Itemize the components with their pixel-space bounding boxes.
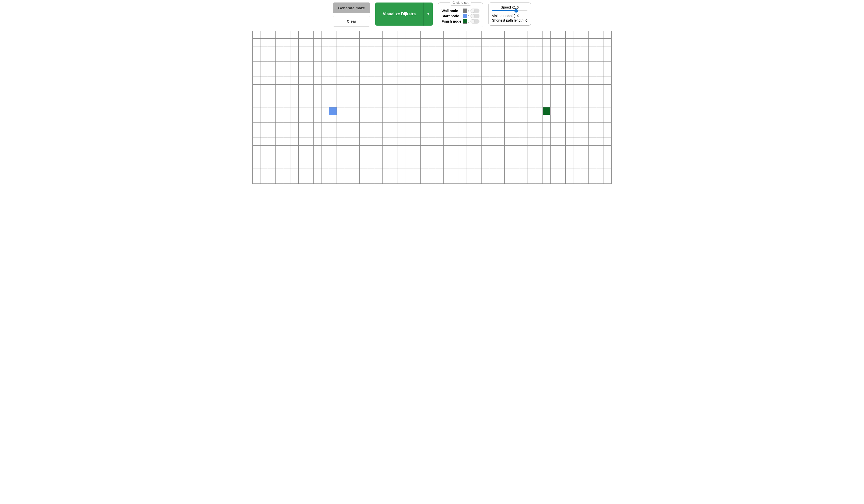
grid-cell[interactable] — [337, 46, 344, 54]
grid-cell[interactable] — [474, 54, 481, 61]
grid-cell[interactable] — [497, 46, 504, 54]
grid-cell[interactable] — [405, 77, 413, 84]
grid-cell[interactable] — [329, 100, 337, 107]
grid-cell[interactable] — [581, 39, 588, 46]
grid-cell[interactable] — [260, 92, 268, 100]
grid-cell[interactable] — [543, 31, 550, 39]
grid-cell[interactable] — [253, 54, 260, 61]
grid-cell[interactable] — [413, 145, 420, 153]
grid-cell[interactable] — [459, 176, 466, 184]
grid-cell[interactable] — [359, 169, 367, 176]
grid-cell[interactable] — [283, 107, 291, 115]
grid-cell[interactable] — [444, 107, 451, 115]
grid-cell[interactable] — [428, 39, 436, 46]
grid-cell[interactable] — [451, 84, 459, 92]
grid-cell[interactable] — [420, 107, 428, 115]
grid-cell[interactable] — [588, 61, 596, 69]
grid-cell[interactable] — [337, 169, 344, 176]
grid-cell[interactable] — [276, 145, 283, 153]
grid-cell[interactable] — [497, 107, 504, 115]
grid-cell[interactable] — [489, 122, 497, 130]
grid-cell[interactable] — [398, 46, 405, 54]
grid-cell[interactable] — [482, 69, 489, 76]
grid-cell[interactable] — [482, 145, 489, 153]
grid-cell[interactable] — [276, 122, 283, 130]
grid-cell[interactable] — [451, 46, 459, 54]
grid-cell[interactable] — [375, 69, 382, 76]
grid-cell[interactable] — [558, 61, 565, 69]
grid-cell[interactable] — [306, 31, 314, 39]
grid-cell[interactable] — [405, 138, 413, 145]
grid-cell[interactable] — [474, 92, 481, 100]
grid-cell[interactable] — [596, 161, 603, 168]
grid-cell[interactable] — [344, 100, 352, 107]
grid-cell[interactable] — [459, 169, 466, 176]
grid-cell[interactable] — [428, 77, 436, 84]
grid-cell[interactable] — [337, 176, 344, 184]
grid-cell[interactable] — [512, 77, 520, 84]
grid-cell[interactable] — [573, 100, 581, 107]
grid-cell[interactable] — [451, 161, 459, 168]
grid-cell[interactable] — [413, 54, 420, 61]
grid-cell[interactable] — [466, 169, 474, 176]
grid-cell[interactable] — [444, 54, 451, 61]
grid-cell[interactable] — [413, 169, 420, 176]
grid-cell[interactable] — [291, 46, 298, 54]
grid-cell[interactable] — [283, 145, 291, 153]
grid-cell[interactable] — [420, 100, 428, 107]
grid-cell[interactable] — [329, 84, 337, 92]
grid-cell[interactable] — [436, 130, 443, 138]
grid-cell[interactable] — [444, 176, 451, 184]
grid-cell[interactable] — [489, 169, 497, 176]
grid-cell[interactable] — [253, 176, 260, 184]
grid-cell[interactable] — [344, 107, 352, 115]
grid-cell[interactable] — [459, 107, 466, 115]
grid-cell[interactable] — [283, 176, 291, 184]
grid-cell[interactable] — [512, 61, 520, 69]
grid-cell[interactable] — [268, 92, 276, 100]
grid-cell[interactable] — [375, 92, 382, 100]
grid-cell[interactable] — [375, 153, 382, 161]
grid-cell[interactable] — [550, 107, 558, 115]
grid-cell[interactable] — [497, 145, 504, 153]
grid-cell[interactable] — [505, 153, 512, 161]
grid-cell[interactable] — [459, 145, 466, 153]
grid-cell[interactable] — [520, 54, 527, 61]
grid-cell[interactable] — [520, 84, 527, 92]
grid-cell[interactable] — [298, 46, 306, 54]
grid-cell[interactable] — [367, 176, 375, 184]
grid-cell[interactable] — [505, 69, 512, 76]
grid-cell[interactable] — [604, 31, 611, 39]
grid-cell[interactable] — [535, 153, 542, 161]
grid-cell[interactable] — [428, 138, 436, 145]
grid-cell[interactable] — [527, 84, 535, 92]
grid-cell[interactable] — [291, 169, 298, 176]
grid-cell[interactable] — [581, 122, 588, 130]
grid-cell[interactable] — [428, 169, 436, 176]
grid-cell[interactable] — [596, 138, 603, 145]
grid-cell[interactable] — [306, 100, 314, 107]
grid-cell[interactable] — [260, 138, 268, 145]
grid-cell[interactable] — [474, 176, 481, 184]
grid-cell[interactable] — [382, 39, 390, 46]
grid-cell[interactable] — [344, 46, 352, 54]
grid-cell[interactable] — [359, 46, 367, 54]
grid-cell[interactable] — [444, 92, 451, 100]
grid-cell[interactable] — [367, 69, 375, 76]
grid-cell[interactable] — [474, 77, 481, 84]
grid-cell[interactable] — [405, 115, 413, 122]
grid-cell[interactable] — [291, 54, 298, 61]
grid-cell[interactable] — [268, 161, 276, 168]
grid-cell[interactable] — [527, 138, 535, 145]
grid-cell[interactable] — [359, 77, 367, 84]
grid-cell[interactable] — [260, 61, 268, 69]
grid-cell[interactable] — [581, 130, 588, 138]
grid-cell[interactable] — [314, 176, 321, 184]
grid-cell[interactable] — [482, 84, 489, 92]
grid-cell[interactable] — [573, 69, 581, 76]
grid-cell[interactable] — [459, 122, 466, 130]
grid-cell[interactable] — [505, 100, 512, 107]
grid-cell[interactable] — [543, 169, 550, 176]
grid-cell[interactable] — [482, 122, 489, 130]
grid-cell[interactable] — [253, 69, 260, 76]
